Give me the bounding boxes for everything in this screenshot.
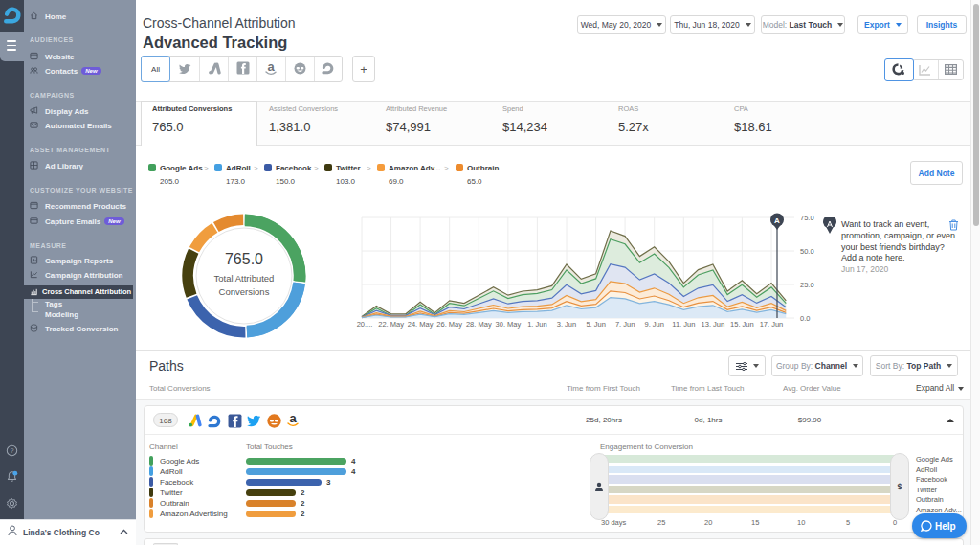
svg-text:0.0: 0.0 [800,314,810,323]
svg-text:13. Jun: 13. Jun [702,320,725,329]
svg-text:75.0: 75.0 [800,214,814,222]
svg-text:30. May: 30. May [496,320,522,329]
svg-text:24. May: 24. May [408,320,434,329]
svg-text:50.0: 50.0 [800,247,814,256]
svg-text:5. Jun: 5. Jun [586,320,605,329]
svg-text:1. Jun: 1. Jun [527,320,546,329]
svg-text:22. May: 22. May [378,320,404,329]
svg-text:28. May: 28. May [466,320,492,329]
svg-text:3. Jun: 3. Jun [557,320,576,329]
svg-text:?: ? [10,446,13,455]
svg-text:20....: 20.... [357,320,373,329]
svg-text:26. May: 26. May [436,320,462,329]
svg-text:7. Jun: 7. Jun [615,320,635,329]
svg-text:25.0: 25.0 [800,281,814,289]
svg-text:9. Jun: 9. Jun [644,320,663,329]
svg-text:A: A [774,216,780,225]
svg-text:11. Jun: 11. Jun [672,320,695,329]
svg-text:15. Jun: 15. Jun [730,320,754,329]
svg-text:17. Jun: 17. Jun [760,320,784,329]
